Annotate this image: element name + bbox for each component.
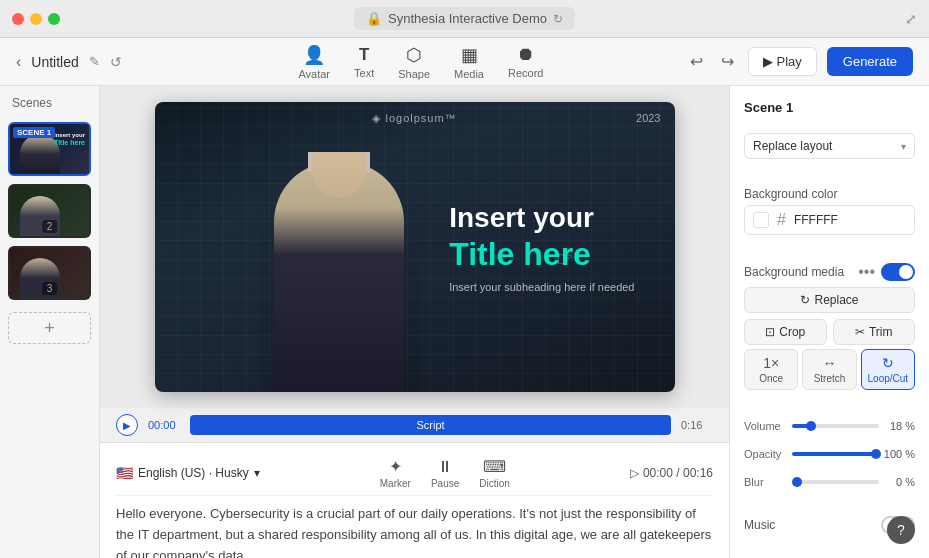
url-text: Synthesia Interactive Demo [388,11,547,26]
video-text-block: Insert your Title here Insert your subhe… [449,201,634,293]
add-scene-button[interactable]: + [8,312,91,344]
diction-tool[interactable]: ⌨ Diction [479,457,510,489]
shape-label: Shape [398,68,430,80]
language-label: English (US) · Husky [138,466,249,480]
record-icon: ⏺ [517,44,535,65]
stretch-icon: ↔ [822,355,836,371]
replace-layout-dropdown[interactable]: Replace layout ▾ [744,133,915,159]
marker-label: Marker [380,478,411,489]
scene-thumb-2[interactable]: 2 [8,184,91,238]
video-player[interactable]: ◈ logolpsum™ 2023 Insert your Title here… [155,102,675,392]
record-label: Record [508,67,543,79]
trim-button[interactable]: ✂ Trim [833,319,916,345]
script-tools: ✦ Marker ⏸ Pause ⌨ Diction [260,457,630,489]
center-content: ◈ logolpsum™ 2023 Insert your Title here… [100,86,729,558]
video-title-main: Insert your [449,201,634,235]
tool-media[interactable]: ▦ Media [454,44,484,80]
edit-icon[interactable]: ✎ [89,54,100,69]
toolbar-right: ↩ ↪ ▶ Play Generate [686,47,913,76]
opacity-thumb[interactable] [871,449,881,459]
stretch-mode-button[interactable]: ↔ Stretch [802,349,856,390]
scene-thumb-3[interactable]: 3 [8,246,91,300]
flag-icon: 🇺🇸 [116,465,133,481]
scenes-label: Scenes [8,96,91,110]
volume-thumb[interactable] [806,421,816,431]
diction-icon: ⌨ [483,457,506,476]
blur-section: Blur 0 % [744,474,915,488]
blur-track[interactable] [792,480,879,484]
generate-button[interactable]: Generate [827,47,913,76]
volume-label: Volume [744,420,784,432]
blur-thumb[interactable] [792,477,802,487]
volume-track[interactable] [792,424,879,428]
maximize-button[interactable] [48,13,60,25]
crop-label: Crop [779,325,805,339]
close-button[interactable] [12,13,24,25]
scene-num-2: 2 [42,220,58,233]
toolbar-left: ‹ Untitled ✎ ↺ [16,53,156,71]
color-hex-value: FFFFFF [794,213,838,227]
refresh-icon[interactable]: ↻ [553,12,563,26]
url-bar[interactable]: 🔒 Synthesia Interactive Demo ↻ [354,7,575,30]
loop-label: Loop/Cut [868,373,909,384]
bg-color-picker[interactable]: # FFFFFF [744,205,915,235]
dots-menu-icon[interactable]: ••• [858,263,875,281]
history-icon[interactable]: ↺ [110,54,122,70]
playback-time: ▷ 00:00 / 00:16 [630,466,713,480]
replace-button[interactable]: ↻ Replace [744,287,915,313]
crop-button[interactable]: ⊡ Crop [744,319,827,345]
avatar-icon: 👤 [303,44,325,66]
replace-icon: ↻ [800,293,810,307]
script-text[interactable]: Hello everyone. Cybersecurity is a cruci… [116,504,713,558]
timeline-play-button[interactable]: ▶ [116,414,138,436]
minimize-button[interactable] [30,13,42,25]
color-swatch [753,212,769,228]
video-subtitle: Insert your subheading here if needed [449,281,634,293]
redo-button[interactable]: ↪ [717,48,738,75]
media-label: Media [454,68,484,80]
scenes-sidebar: Scenes Insert your Title here SCENE 1 2 … [0,86,100,558]
traffic-lights [12,13,60,25]
opacity-track[interactable] [792,452,876,456]
once-mode-button[interactable]: 1× Once [744,349,798,390]
loop-icon: ↻ [882,355,894,371]
volume-row: Volume 18 % [744,420,915,432]
script-area: 🇺🇸 English (US) · Husky ▾ ✦ Marker ⏸ Pau… [100,442,729,558]
blur-value: 0 % [887,476,915,488]
playback-value: 00:00 / 00:16 [643,466,713,480]
video-area: ◈ logolpsum™ 2023 Insert your Title here… [100,86,729,408]
scene-thumb-1[interactable]: Insert your Title here SCENE 1 [8,122,91,176]
replace-label: Replace [814,293,858,307]
tool-text[interactable]: T Text [354,45,374,79]
expand-icon[interactable]: ⤢ [905,11,917,27]
timeline-track[interactable]: Script [190,415,671,435]
person-head [311,152,366,197]
titlebar: 🔒 Synthesia Interactive Demo ↻ ⤢ [0,0,929,38]
diction-label: Diction [479,478,510,489]
help-button[interactable]: ? [887,516,915,544]
replace-layout-chevron-icon: ▾ [901,141,906,152]
trim-icon: ✂ [855,325,865,339]
language-selector[interactable]: 🇺🇸 English (US) · Husky ▾ [116,465,260,481]
tool-avatar[interactable]: 👤 Avatar [298,44,330,80]
timeline-label: Script [416,419,444,431]
mode-buttons: 1× Once ↔ Stretch ↻ Loop/Cut [744,349,915,390]
toggle-knob [899,265,913,279]
timeline-end-time: 0:16 [681,419,713,431]
marker-tool[interactable]: ✦ Marker [380,457,411,489]
undo-button[interactable]: ↩ [686,48,707,75]
scene-badge-1: SCENE 1 [13,127,55,138]
tool-shape[interactable]: ⬡ Shape [398,44,430,80]
text-label: Text [354,67,374,79]
timeline-bar: ▶ 00:00 Script 0:16 [100,408,729,442]
pause-label: Pause [431,478,459,489]
scene-text-1: Insert your Title here [54,132,85,146]
bg-media-section: Background media ••• ↻ Replace ⊡ [744,263,915,390]
back-button[interactable]: ‹ [16,53,21,71]
tool-record[interactable]: ⏺ Record [508,44,543,79]
loop-mode-button[interactable]: ↻ Loop/Cut [861,349,915,390]
stretch-label: Stretch [814,373,846,384]
pause-tool[interactable]: ⏸ Pause [431,458,459,489]
bg-media-toggle[interactable] [881,263,915,281]
play-button[interactable]: ▶ Play [748,47,817,76]
